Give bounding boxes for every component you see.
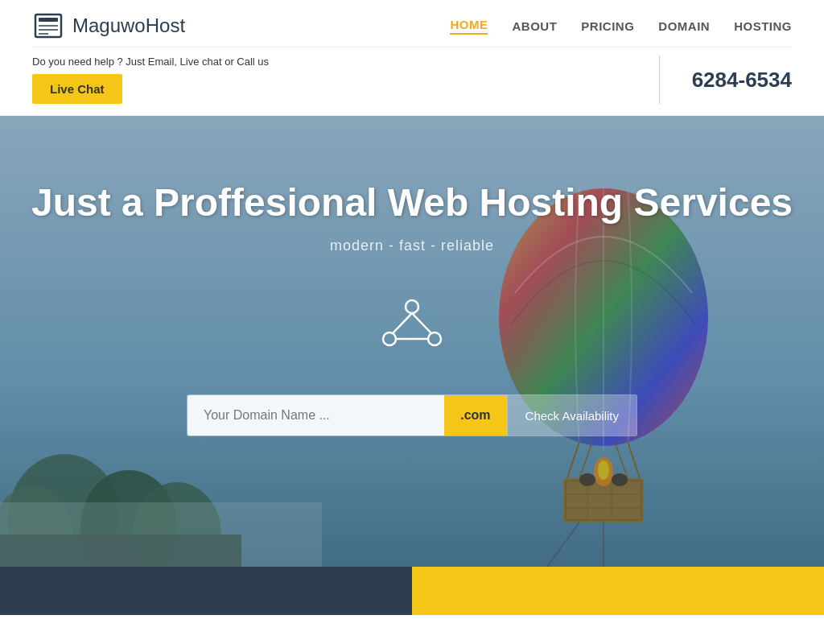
live-chat-button[interactable]: Live Chat: [32, 74, 122, 104]
phone-number: 6284-6534: [692, 68, 792, 93]
hero-subtitle: modern - fast - reliable: [330, 237, 494, 254]
svg-line-33: [412, 313, 431, 333]
nav-about[interactable]: ABOUT: [512, 19, 557, 33]
header-top: MaguwoHost HOME ABOUT PRICING DOMAIN HOS…: [32, 0, 792, 47]
hero-title: Just a Proffesional Web Hosting Services: [31, 180, 793, 225]
hero-content: Just a Proffesional Web Hosting Services…: [0, 116, 824, 436]
vertical-divider: [659, 56, 660, 104]
header: MaguwoHost HOME ABOUT PRICING DOMAIN HOS…: [0, 0, 824, 116]
check-availability-button[interactable]: Check Availability: [507, 395, 637, 436]
sub-header: Do you need help ? Just Email, Live chat…: [32, 47, 792, 115]
svg-line-32: [393, 313, 412, 333]
network-icon: [372, 287, 452, 370]
svg-point-31: [428, 332, 441, 345]
nav-pricing[interactable]: PRICING: [581, 19, 634, 33]
logo-icon: [32, 10, 64, 42]
footer-left: [0, 567, 412, 615]
domain-extension: .com: [444, 395, 506, 436]
help-text: Do you need help ? Just Email, Live chat…: [32, 56, 627, 68]
nav-hosting[interactable]: HOSTING: [734, 19, 792, 33]
footer-strip: [0, 567, 824, 615]
svg-point-29: [406, 300, 418, 313]
svg-rect-1: [39, 18, 58, 22]
hero-section: Just a Proffesional Web Hosting Services…: [0, 116, 824, 567]
nav-home[interactable]: HOME: [450, 18, 488, 35]
logo[interactable]: MaguwoHost: [32, 10, 185, 42]
logo-text: MaguwoHost: [72, 14, 185, 37]
network-svg: [372, 287, 452, 367]
nav-domain[interactable]: DOMAIN: [658, 19, 710, 33]
domain-input[interactable]: [187, 395, 444, 436]
domain-search-bar: .com Check Availability: [187, 394, 637, 436]
footer-right: [412, 567, 824, 615]
svg-point-30: [383, 332, 396, 345]
main-nav: HOME ABOUT PRICING DOMAIN HOSTING: [450, 18, 792, 35]
sub-header-left: Do you need help ? Just Email, Live chat…: [32, 56, 627, 104]
